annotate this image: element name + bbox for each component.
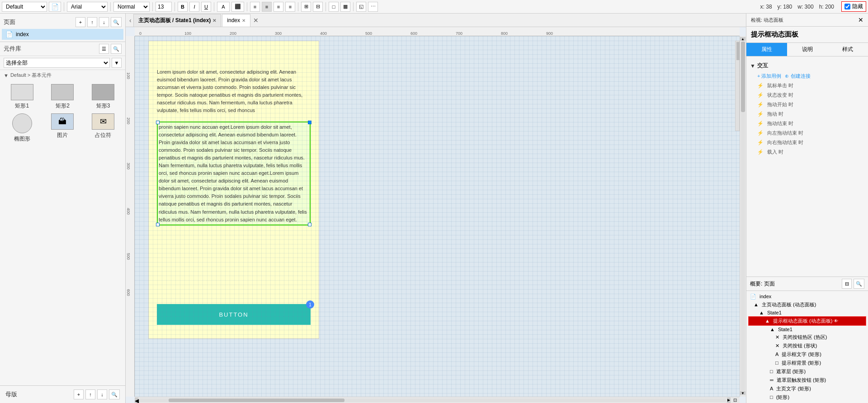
v-scrollbar-track[interactable] [741,42,745,393]
handle-tr[interactable] [308,121,311,124]
add-case-link[interactable]: + 添加用例 [757,73,781,80]
tab-index-close[interactable]: ✕ [242,18,245,23]
h-scrollbar-left[interactable]: ◀ [135,398,138,403]
create-link-link[interactable]: ⊕ 创建连接 [785,73,810,80]
tab-index[interactable]: index ✕ [222,14,250,27]
event-icon-5: ⚡ [757,121,764,127]
scroll-indicator[interactable] [735,41,740,131]
component-placeholder[interactable]: ✉ 占位符 [85,113,122,143]
tree-tooltip-bg[interactable]: □ 提示框背景 (矩形) [748,359,866,367]
bg-color-btn[interactable]: ⬛ [231,2,244,12]
more-align-btn[interactable]: ⊞ [301,2,311,12]
overview-filter-btn[interactable]: ⊟ [842,279,852,289]
h-scrollbar-track[interactable] [139,398,726,402]
v-scrollbar-thumb[interactable] [741,42,745,112]
handle-br[interactable] [308,223,311,226]
comp-menu-btn[interactable]: ☰ [99,44,109,54]
tab-arrow-left[interactable]: ‹ [127,17,133,24]
tree-state1-sub[interactable]: ▲ State1 [748,326,866,333]
italic-button[interactable]: I [189,2,199,12]
overview-search-btn[interactable]: 🔍 [854,279,864,289]
component-rect1[interactable]: 矩形1 [4,84,41,110]
size-input[interactable] [156,2,172,12]
page-index-item[interactable]: 📄 index [2,29,123,40]
component-rect2[interactable]: 矩形2 [44,84,81,110]
h-scrollbar[interactable]: ◀ ▶ ⊡ [135,397,740,403]
tree-item-eye-icon[interactable]: 👁 [834,319,838,323]
bold-button[interactable]: B [178,2,188,12]
tree-rect-only[interactable]: □ (矩形) [748,393,866,402]
h-scrollbar-thumb[interactable] [169,398,344,402]
tree-main-panel[interactable]: ▲ 主页动态面板 (动态面板) [748,300,866,309]
pages-export-btn[interactable]: ↓ [99,17,109,27]
more-format-btn[interactable]: ⋯ [368,2,378,12]
tree-main-text[interactable]: A 主页文字 (矩形) [748,384,866,393]
align-right-btn[interactable]: ≡ [274,2,283,12]
toolbar-icon-btn1[interactable]: 📄 [49,2,61,12]
components-filter-select[interactable]: 选择全部 [4,58,110,68]
tree-tooltip-text[interactable]: A 提示框文字 (矩形) [748,350,866,359]
component-rect3[interactable]: 矩形3 [85,84,122,110]
image-label: 图片 [57,131,68,139]
tab-arrow-right[interactable]: ✕ [251,17,260,24]
master-export-btn[interactable]: ↓ [97,389,107,399]
handle-bl[interactable] [156,223,160,226]
shadow-btn[interactable]: ◱ [356,2,366,12]
right-tab-properties[interactable]: 属性 [746,43,787,56]
filter-dropdown-btn[interactable]: ▼ [112,58,122,68]
components-grid: 矩形1 矩形2 矩形3 椭图形 🏔 图片 [0,80,125,146]
master-add-btn[interactable]: + [74,389,84,399]
event-label-7: 向右拖动结束 时 [767,139,803,146]
tree-close-btn-shape[interactable]: ✕ 关闭按钮 (形状) [748,342,866,350]
tree-index[interactable]: 📄 index [748,293,866,300]
canvas-button[interactable]: BUTTON 1 [157,304,311,325]
canvas-scroll[interactable]: 0 100 200 300 400 500 600 700 800 900 10… [126,27,746,403]
placeholder-shape: ✉ [92,113,114,130]
style-select[interactable]: Normal [113,2,150,12]
canvas-area: ‹ 主页动态面板 / State1 (index) ✕ index ✕ ✕ 0 … [126,14,746,403]
handle-tl[interactable] [156,121,160,124]
fill-btn[interactable]: ▦ [340,2,350,12]
h-scrollbar-right[interactable]: ▶ [727,398,731,403]
event-icon-4: ⚡ [757,111,764,117]
align-justify-btn[interactable]: ≡ [285,2,295,12]
v-scrollbar-up[interactable]: ▲ [740,37,745,41]
scroll-thumb[interactable] [736,42,740,60]
pages-title: 页面 [4,18,15,26]
tree-tooltip-panel[interactable]: ▲ 提示框动态面板 (动态面板) 👁 [748,316,866,326]
font-select[interactable]: Arial [67,2,108,12]
more-btn2[interactable]: ⊟ [313,2,323,12]
overview-panel: 概要: 页面 ⊟ 🔍 📄 index ▲ 主页动态面板 (动态面板) ▲ Sta [746,276,868,403]
right-tab-style[interactable]: 样式 [827,43,868,56]
tree-mask-trigger[interactable]: ═ 遮罩层触发按钮 (矩形) [748,376,866,384]
master-import-btn[interactable]: ↑ [85,389,95,399]
horizontal-ruler: 0 100 200 300 400 500 600 700 800 900 [135,27,740,36]
align-center-btn[interactable]: ≡ [262,2,272,12]
hide-checkbox[interactable] [844,4,850,9]
event-label-1: 鼠标单击 时 [767,82,793,89]
master-search-btn[interactable]: 🔍 [109,389,120,399]
component-image[interactable]: 🏔 图片 [44,113,81,143]
v-scrollbar[interactable]: ▲ ▼ [740,36,746,397]
scrollbar-corner[interactable]: ⊡ [731,398,740,403]
tab-main-close[interactable]: ✕ [212,18,216,23]
tab-main[interactable]: 主页动态面板 / State1 (index) ✕ [133,14,222,27]
tree-state1-main[interactable]: ▲ State1 [748,309,866,316]
v-scrollbar-down[interactable]: ▼ [740,391,745,395]
right-panel-close[interactable]: ✕ [858,16,863,23]
underline-button[interactable]: U [201,2,211,12]
comp-search-btn[interactable]: 🔍 [111,44,122,54]
circle-label: 椭图形 [14,135,30,143]
component-circle[interactable]: 椭图形 [4,113,41,143]
pages-add-btn[interactable]: + [75,17,85,27]
pages-import-btn[interactable]: ↑ [87,17,97,27]
border-btn[interactable]: □ [329,2,339,12]
selected-text-box[interactable]: pronin sapien nunc accuan eget.Lorem ips… [157,122,311,225]
pages-search-btn[interactable]: 🔍 [111,17,122,27]
align-left-btn[interactable]: ≡ [250,2,260,12]
right-tab-description[interactable]: 说明 [787,43,828,56]
tree-close-hotspot[interactable]: ✕ 关闭按钮热区 (热区) [748,333,866,342]
font-color-btn[interactable]: A [217,2,230,12]
default-select[interactable]: Default [2,2,47,12]
tree-mask-layer[interactable]: □ 遮罩层 (矩形) [748,367,866,376]
